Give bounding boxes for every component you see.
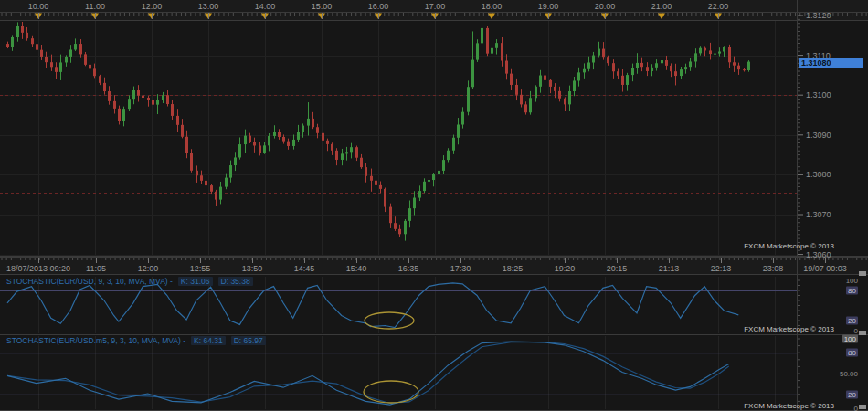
indicator2-scale-label: 20	[846, 390, 858, 398]
time-axis-label: 13:50	[242, 264, 263, 273]
indicator1-name: STOCHASTIC(EUR/USD, 9, 3, 10, MVA, MVA) …	[6, 277, 173, 286]
time-axis-label: 13:00	[198, 2, 219, 11]
time-axis-label: 16:00	[368, 2, 389, 11]
time-axis-label: 18:25	[503, 264, 524, 273]
time-axis-label: 18/07/2013 09:20	[6, 264, 70, 273]
indicator2-name: STOCHASTIC(EUR/USD.m5, 9, 3, 10, MVA, MV…	[6, 336, 185, 345]
time-axis-label: 20:00	[595, 2, 616, 11]
current-price-badge: 1.31080	[799, 58, 863, 68]
time-axis-label: 10:00	[28, 2, 49, 11]
time-axis-label: 21:00	[651, 2, 672, 11]
time-axis-label: 19/07 00:03	[803, 264, 847, 273]
price-axis-label: 1.3080	[806, 170, 831, 179]
time-axis-label: 19:00	[538, 2, 559, 11]
time-axis-label: 21:13	[659, 264, 680, 273]
indicator1-d-value: D: 35.38	[218, 277, 253, 286]
time-axis-label: 11:05	[86, 264, 106, 273]
price-axis-label: 1.3100	[806, 90, 831, 100]
indicator2-d-value: D: 65.97	[231, 336, 266, 345]
indicator1-scale-label: 100	[846, 277, 858, 285]
indicator1-scale-label: 80	[846, 287, 858, 295]
price-axis-label: 1.3120	[806, 11, 831, 20]
highlight-ellipse-2	[364, 381, 418, 403]
indicator2-label: STOCHASTIC(EUR/USD.m5, 9, 3, 10, MVA, MV…	[6, 336, 266, 345]
time-axis-label: 11:00	[85, 2, 105, 11]
indicator2-k-value: K: 64.31	[191, 336, 226, 345]
indicator2-scale-label: 100	[842, 335, 858, 343]
time-axis-label: 23:08	[763, 264, 784, 273]
indicator1-k-value: K: 31.06	[178, 277, 213, 286]
watermark-indicator2: FXCM Marketscope © 2013	[744, 402, 834, 410]
indicator1-scale-label: 0	[854, 327, 858, 335]
stochastic2-d-line	[7, 342, 729, 404]
indicator2-scale-label: 80	[846, 349, 858, 357]
indicator1-label: STOCHASTIC(EUR/USD, 9, 3, 10, MVA, MVA) …	[6, 277, 253, 286]
time-axis-label: 12:55	[190, 264, 211, 273]
time-axis-label: 12:00	[142, 2, 163, 11]
time-axis-label: 19:20	[555, 264, 576, 273]
time-axis-label: 15:00	[312, 2, 333, 11]
watermark-indicator1: FXCM Marketscope © 2013	[744, 325, 834, 333]
time-axis-label: 17:30	[450, 264, 471, 273]
time-axis-label: 15:40	[346, 264, 367, 273]
price-axis-label: 1.3070	[806, 210, 831, 219]
time-axis-label: 17:00	[425, 2, 446, 11]
time-axis-label: 20:15	[607, 264, 628, 273]
time-axis-label: 22:13	[711, 264, 732, 273]
indicator1-scale-label: 20	[846, 317, 858, 325]
time-axis-label: 14:45	[294, 264, 315, 273]
panel-splitter-grip[interactable]	[859, 405, 866, 409]
time-axis-label: 14:00	[255, 2, 276, 11]
time-axis-label: 22:00	[708, 2, 729, 11]
fxcm-marketscope-window: 10:0011:0012:0013:0014:0015:0016:0017:00…	[0, 0, 868, 411]
panel-splitter-grip[interactable]	[859, 331, 866, 335]
indicator2-scale-label: 0	[854, 405, 858, 411]
stochastic2-k-line	[7, 342, 729, 405]
chart-canvas[interactable]	[0, 0, 868, 411]
indicator2-scale-label: 50.00	[840, 370, 858, 378]
watermark-main: FXCM Marketscope © 2013	[744, 242, 834, 250]
price-axis-label: 1.3060	[806, 250, 831, 259]
time-axis-label: 16:35	[398, 264, 419, 273]
price-axis-label: 1.3090	[806, 131, 831, 140]
time-axis-label: 18:00	[482, 2, 503, 11]
time-axis-label: 12:00	[138, 264, 159, 273]
panel-splitter-grip[interactable]	[859, 271, 866, 276]
